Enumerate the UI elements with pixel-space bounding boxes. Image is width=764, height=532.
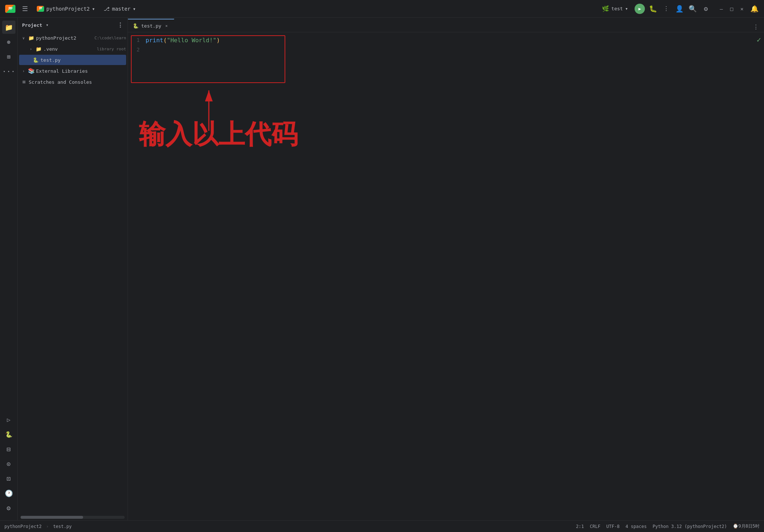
hamburger-menu[interactable]: ☰ bbox=[19, 3, 31, 15]
status-separator-1: › bbox=[46, 524, 49, 529]
activity-project-button[interactable]: 📁 bbox=[2, 21, 15, 34]
root-folder-icon: 📁 bbox=[28, 35, 35, 41]
annotation-chinese-text: 输入以上代码 bbox=[139, 117, 298, 152]
tree-item-extlib[interactable]: › 📚 External Libraries bbox=[19, 66, 126, 76]
sidebar-more-icon[interactable]: ⋮ bbox=[117, 22, 123, 29]
tree-item-root[interactable]: ∨ 📁 pythonProject2 C:\code\learn bbox=[19, 33, 126, 43]
code-line-1: 1 print("Hello World!") bbox=[128, 35, 764, 45]
run-config-selector[interactable]: 🌿 test ▾ bbox=[598, 4, 632, 14]
tab-close-button[interactable]: × bbox=[164, 23, 169, 29]
titlebar-right: 🌿 test ▾ ▶ 🐛 ⋮ 👤 🔍 ⚙ — bbox=[598, 4, 760, 14]
venv-label: .venv bbox=[43, 46, 94, 52]
debug-icon: 🐛 bbox=[649, 5, 657, 12]
status-file[interactable]: test.py bbox=[53, 524, 72, 529]
titlebar: PP ☰ PP pythonProject2 ▾ ⎇ master ▾ 🌿 te… bbox=[0, 0, 764, 18]
editor-checkmark: ✓ bbox=[757, 35, 761, 44]
database-icon: ⊡ bbox=[7, 475, 11, 482]
activity-services-button[interactable]: ⊙ bbox=[2, 457, 15, 470]
code-paren-open: ( bbox=[163, 37, 167, 44]
hamburger-icon: ☰ bbox=[22, 5, 28, 12]
activity-stack-button[interactable]: ⊟ bbox=[2, 442, 15, 456]
history-icon: 🕐 bbox=[5, 489, 13, 497]
tree-item-venv[interactable]: › 📁 .venv library root bbox=[19, 44, 126, 54]
maximize-button[interactable]: □ bbox=[727, 4, 736, 13]
run-config-chevron: ▾ bbox=[625, 6, 628, 11]
line-number-2: 2 bbox=[128, 47, 146, 53]
scratch-label: Scratches and Consoles bbox=[29, 79, 126, 85]
status-project[interactable]: pythonProject2 bbox=[4, 524, 42, 529]
sidebar-scrollbar-thumb bbox=[21, 516, 83, 519]
sidebar-header: Project ▾ ⋮ bbox=[18, 18, 128, 32]
extlib-label: External Libraries bbox=[36, 68, 126, 74]
activity-more-button[interactable]: ··· bbox=[2, 65, 15, 78]
activity-run-button[interactable]: ▷ bbox=[2, 413, 15, 426]
structure-icon: ⊞ bbox=[7, 53, 11, 60]
project-name-label: pythonProject2 bbox=[46, 6, 90, 12]
activity-vcs-button[interactable]: ⊛ bbox=[2, 35, 15, 48]
activity-database-button[interactable]: ⊡ bbox=[2, 472, 15, 485]
status-encoding[interactable]: UTF-8 bbox=[606, 524, 620, 529]
code-print-fn: print bbox=[146, 37, 163, 44]
more-icon: ··· bbox=[2, 67, 15, 76]
close-icon: ✕ bbox=[740, 6, 743, 12]
run-button[interactable]: ▶ bbox=[635, 4, 645, 14]
maximize-icon: □ bbox=[730, 6, 733, 12]
tab-py-icon: 🐍 bbox=[132, 22, 139, 29]
code-content: 1 print("Hello World!") 2 bbox=[128, 32, 764, 57]
tab-more-button[interactable]: ⋮ bbox=[751, 22, 761, 32]
code-editor[interactable]: 1 print("Hello World!") 2 bbox=[128, 32, 764, 520]
git-branch-icon: ⎇ bbox=[104, 6, 110, 12]
settings2-icon: ⚙ bbox=[7, 504, 11, 512]
tree-item-testpy[interactable]: 🐍 test.py bbox=[19, 55, 126, 65]
status-line-ending[interactable]: CRLF bbox=[590, 524, 600, 529]
status-datetime: ⌚9月8日5时 bbox=[733, 523, 760, 529]
status-position[interactable]: 2:1 bbox=[576, 524, 584, 529]
venv-chevron-icon: › bbox=[28, 46, 34, 52]
sidebar-scrollbar[interactable] bbox=[21, 516, 125, 519]
account-button[interactable]: 👤 bbox=[674, 4, 685, 14]
close-button[interactable]: ✕ bbox=[738, 4, 746, 13]
settings-icon: ⚙ bbox=[704, 5, 708, 12]
activity-python-console-button[interactable]: 🐍 bbox=[2, 428, 15, 441]
notifications-button[interactable]: 🔔 bbox=[749, 4, 760, 14]
status-indent[interactable]: 4 spaces bbox=[625, 524, 647, 529]
python-console-icon: 🐍 bbox=[5, 431, 13, 438]
vcs-icon: ⊛ bbox=[7, 39, 11, 46]
root-sublabel: C:\code\learn bbox=[94, 36, 126, 40]
code-line-2: 2 bbox=[128, 45, 764, 54]
tree-item-scratch[interactable]: ≡ Scratches and Consoles bbox=[19, 77, 126, 87]
tab-bar-actions: ⋮ bbox=[751, 22, 764, 32]
project-chevron-icon: ▾ bbox=[92, 6, 95, 12]
settings-button[interactable]: ⚙ bbox=[701, 4, 711, 14]
app-logo: PP bbox=[4, 3, 16, 15]
main-layout: 📁 ⊛ ⊞ ··· ▷ 🐍 ⊟ ⊙ ⊡ bbox=[0, 18, 764, 520]
scratch-icon: ≡ bbox=[21, 79, 27, 85]
editor-area: 🐍 test.py × ⋮ 1 print("Hello World!") bbox=[128, 18, 764, 520]
branch-selector[interactable]: ⎇ master ▾ bbox=[101, 4, 139, 13]
code-string: "Hello World!" bbox=[167, 37, 217, 44]
search-button[interactable]: 🔍 bbox=[688, 4, 698, 14]
tab-bar: 🐍 test.py × ⋮ bbox=[128, 18, 764, 32]
account-icon: 👤 bbox=[675, 5, 683, 12]
minimize-button[interactable]: — bbox=[717, 4, 726, 13]
line-code-1: print("Hello World!") bbox=[146, 37, 764, 44]
folder-icon: 📁 bbox=[5, 24, 13, 31]
more-options-button[interactable]: ⋮ bbox=[661, 4, 671, 14]
more-options-icon: ⋮ bbox=[663, 5, 669, 12]
run-config-label: test bbox=[611, 6, 623, 11]
annotation-arrow bbox=[198, 87, 220, 132]
sidebar-chevron-icon: ▾ bbox=[46, 22, 49, 28]
activity-structure-button[interactable]: ⊞ bbox=[2, 50, 15, 63]
status-interpreter[interactable]: Python 3.12 (pythonProject2) bbox=[653, 524, 727, 529]
debug-button[interactable]: 🐛 bbox=[648, 4, 658, 14]
run-side-icon: ▷ bbox=[7, 416, 11, 423]
services-icon: ⊙ bbox=[7, 460, 11, 468]
activity-bar: 📁 ⊛ ⊞ ··· ▷ 🐍 ⊟ ⊙ ⊡ bbox=[0, 18, 18, 520]
root-chevron-icon: ∨ bbox=[21, 35, 26, 41]
testpy-label: test.py bbox=[40, 57, 126, 63]
project-title[interactable]: PP pythonProject2 ▾ bbox=[34, 4, 98, 13]
tab-testpy[interactable]: 🐍 test.py × bbox=[128, 19, 174, 32]
activity-history-button[interactable]: 🕐 bbox=[2, 486, 15, 500]
activity-settings2-button[interactable]: ⚙ bbox=[2, 501, 15, 514]
window-controls: — □ ✕ bbox=[717, 4, 746, 13]
